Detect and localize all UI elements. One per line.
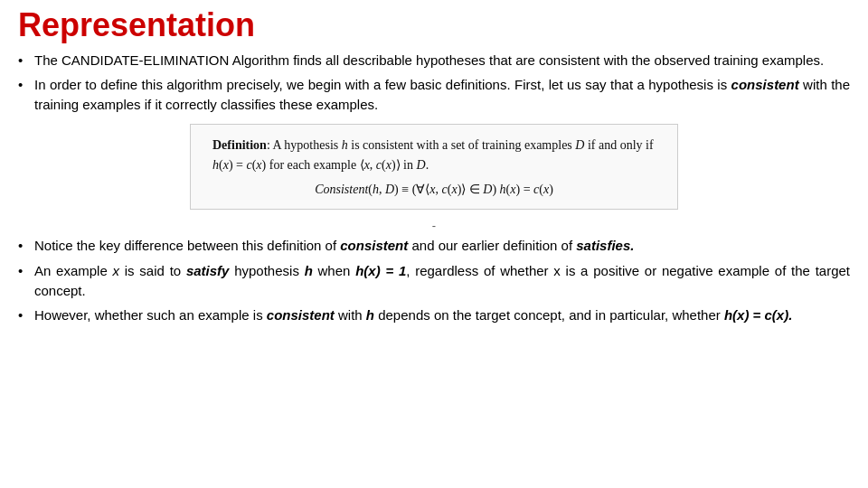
bullet3-text: Notice the key difference between this d… [34, 238, 634, 253]
bullet-list-top: The CANDIDATE-ELIMINATION Algorithm find… [18, 51, 850, 115]
page-title: Representation [18, 7, 850, 43]
definition-line2: Consistent(h, D) ≡ (∀⟨x, c(x)⟩ ∈ D) h(x)… [212, 180, 656, 200]
separator-dash: - [18, 219, 850, 232]
bullet1-text: The CANDIDATE-ELIMINATION Algorithm find… [34, 52, 824, 68]
list-item: However, whether such an example is cons… [18, 305, 850, 325]
list-item: Notice the key difference between this d… [18, 236, 850, 256]
list-item: An example x is said to satisfy hypothes… [18, 261, 850, 301]
bullet5-text: However, whether such an example is cons… [34, 307, 792, 323]
list-item: In order to define this algorithm precis… [18, 75, 850, 115]
definition-line1: Definition: A hypothesis h is consistent… [212, 136, 656, 176]
bullet-list-bottom: Notice the key difference between this d… [18, 236, 850, 325]
list-item: The CANDIDATE-ELIMINATION Algorithm find… [18, 51, 850, 70]
definition-box: Definition: A hypothesis h is consistent… [190, 124, 678, 210]
bullet4-text: An example x is said to satisfy hypothes… [34, 263, 850, 298]
bullet2-text: In order to define this algorithm precis… [34, 77, 850, 112]
